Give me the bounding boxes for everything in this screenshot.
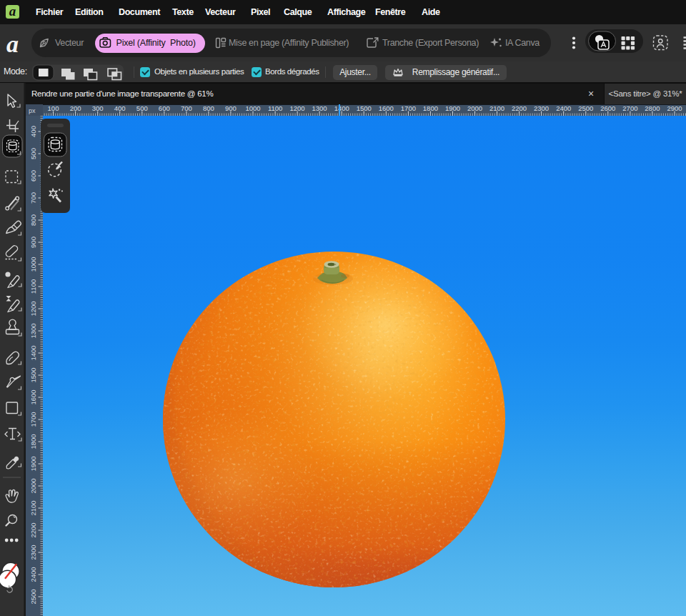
svg-text:2200: 2200 xyxy=(29,522,37,537)
svg-text:600: 600 xyxy=(29,170,37,182)
svg-text:500: 500 xyxy=(136,104,148,112)
svg-text:400: 400 xyxy=(29,126,37,137)
svg-text:2800: 2800 xyxy=(645,104,660,112)
svg-text:1300: 1300 xyxy=(312,104,327,112)
svg-text:1100: 1100 xyxy=(268,104,282,112)
svg-text:2600: 2600 xyxy=(600,104,615,112)
svg-text:1500: 1500 xyxy=(29,367,37,382)
svg-text:1500: 1500 xyxy=(357,104,372,112)
svg-text:px: px xyxy=(29,107,36,114)
svg-text:2400: 2400 xyxy=(556,104,571,112)
svg-text:1900: 1900 xyxy=(445,104,460,112)
svg-text:800: 800 xyxy=(29,214,37,226)
svg-text:1700: 1700 xyxy=(29,412,37,427)
svg-text:1000: 1000 xyxy=(29,257,37,272)
svg-text:2700: 2700 xyxy=(622,104,637,112)
svg-text:2900: 2900 xyxy=(667,104,682,112)
svg-text:2500: 2500 xyxy=(578,104,593,112)
svg-text:2300: 2300 xyxy=(29,545,37,560)
svg-text:1400: 1400 xyxy=(334,104,349,112)
svg-text:400: 400 xyxy=(114,104,126,112)
svg-text:100: 100 xyxy=(48,104,59,112)
svg-text:1800: 1800 xyxy=(29,434,37,449)
svg-text:1200: 1200 xyxy=(29,301,37,316)
svg-text:300: 300 xyxy=(92,104,104,112)
svg-text:1300: 1300 xyxy=(29,323,37,338)
svg-text:800: 800 xyxy=(203,104,214,112)
svg-text:a: a xyxy=(6,31,19,57)
svg-text:600: 600 xyxy=(159,104,170,112)
svg-text:2000: 2000 xyxy=(29,478,37,493)
svg-text:2100: 2100 xyxy=(489,104,504,112)
svg-text:1400: 1400 xyxy=(29,345,37,360)
svg-text:1900: 1900 xyxy=(29,456,37,471)
svg-text:900: 900 xyxy=(29,237,37,248)
svg-text:2400: 2400 xyxy=(29,567,37,582)
svg-text:2000: 2000 xyxy=(467,104,482,112)
svg-text:500: 500 xyxy=(29,148,37,159)
svg-text:2300: 2300 xyxy=(534,104,549,112)
svg-text:1600: 1600 xyxy=(29,389,37,404)
svg-text:200: 200 xyxy=(70,104,81,112)
svg-text:1200: 1200 xyxy=(290,104,305,112)
svg-text:1100: 1100 xyxy=(29,279,37,294)
svg-text:1600: 1600 xyxy=(379,104,394,112)
svg-text:700: 700 xyxy=(29,192,37,204)
svg-text:700: 700 xyxy=(181,104,192,112)
svg-text:2500: 2500 xyxy=(29,589,37,604)
svg-text:900: 900 xyxy=(225,104,237,112)
svg-text:1700: 1700 xyxy=(401,104,416,112)
svg-text:2200: 2200 xyxy=(512,104,527,112)
svg-text:1800: 1800 xyxy=(423,104,438,112)
svg-text:2100: 2100 xyxy=(29,500,37,515)
svg-text:1000: 1000 xyxy=(245,104,260,112)
